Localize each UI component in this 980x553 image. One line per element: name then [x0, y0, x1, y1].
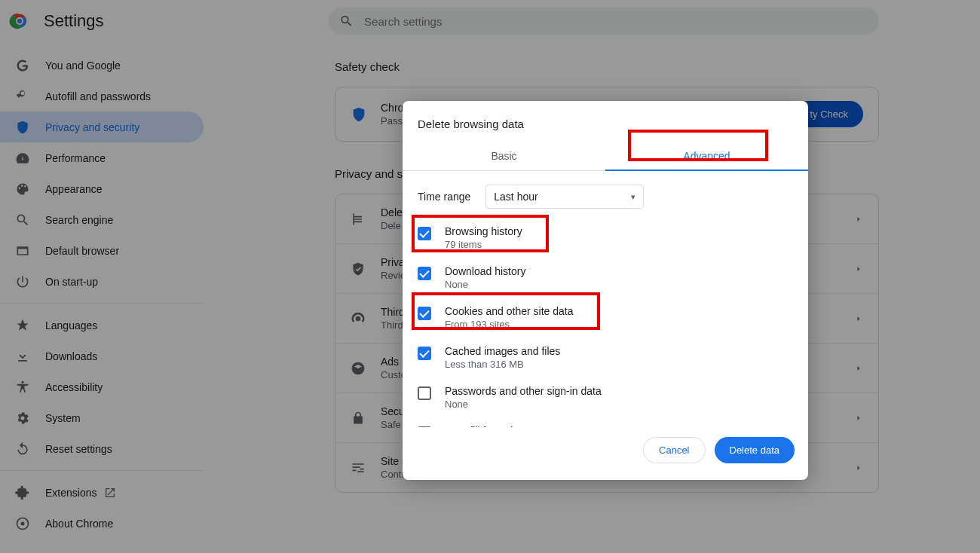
clear-option-row[interactable]: Cached images and filesLess than 316 MB — [403, 338, 808, 377]
option-subtitle: Less than 316 MB — [445, 359, 560, 370]
option-subtitle: None — [445, 399, 602, 410]
option-title: Cookies and other site data — [445, 305, 573, 317]
clear-option-row[interactable]: Cookies and other site dataFrom 193 site… — [403, 298, 808, 338]
delete-data-button[interactable]: Delete data — [715, 437, 795, 463]
chevron-down-icon: ▾ — [631, 192, 635, 202]
checkbox[interactable] — [418, 307, 431, 320]
checkbox[interactable] — [418, 227, 431, 240]
clear-option-row[interactable]: Download historyNone — [403, 258, 808, 298]
option-title: Browsing history — [445, 225, 522, 237]
checkbox[interactable] — [418, 347, 431, 360]
tab-advanced[interactable]: Advanced — [605, 141, 808, 170]
option-title: Download history — [445, 265, 525, 277]
clear-option-row[interactable]: Auto-fill form data — [403, 417, 808, 427]
option-title: Cached images and files — [445, 345, 560, 357]
checkbox[interactable] — [418, 267, 431, 280]
cancel-button[interactable]: Cancel — [643, 437, 705, 463]
checkbox[interactable] — [418, 386, 431, 400]
delete-browsing-data-dialog: Delete browsing data Basic Advanced Time… — [403, 101, 808, 480]
time-range-select[interactable]: Last hour ▾ — [485, 185, 644, 209]
clear-option-row[interactable]: Passwords and other sign-in dataNone — [403, 377, 808, 417]
option-title: Auto-fill form data — [445, 425, 528, 427]
option-subtitle: None — [445, 279, 525, 290]
option-title: Passwords and other sign-in data — [445, 385, 602, 397]
time-range-label: Time range — [418, 191, 470, 203]
time-range-value: Last hour — [494, 191, 537, 203]
tab-basic[interactable]: Basic — [403, 141, 605, 170]
option-subtitle: 79 items — [445, 239, 522, 250]
clear-option-row[interactable]: Browsing history79 items — [403, 218, 808, 258]
option-subtitle: From 193 sites — [445, 319, 573, 330]
dialog-scroll-area[interactable]: Time range Last hour ▾ Browsing history7… — [403, 171, 808, 427]
checkbox[interactable] — [418, 426, 431, 427]
dialog-title: Delete browsing data — [403, 101, 808, 141]
